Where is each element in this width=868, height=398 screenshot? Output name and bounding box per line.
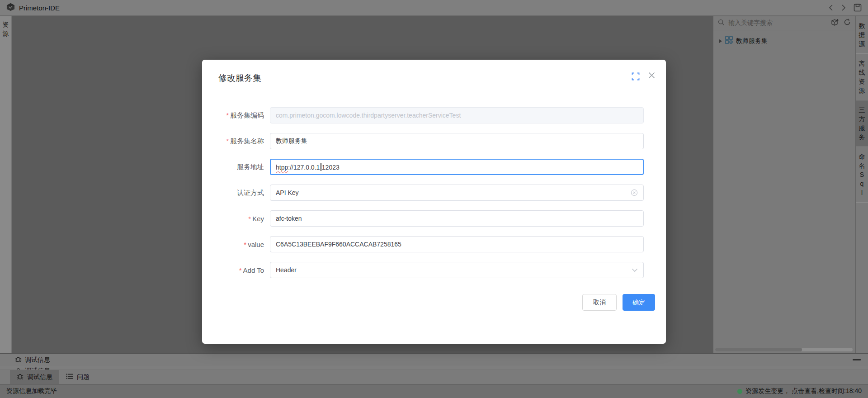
right-rail-tab-item[interactable]: 数据源: [856, 16, 868, 54]
required-asterisk: *: [226, 137, 229, 145]
field-value: Header: [276, 266, 297, 274]
right-rail: 数据源离线资源三方服务命名Sql: [855, 16, 868, 353]
tree-expand-caret-icon[interactable]: [719, 39, 722, 43]
chevron-down-icon[interactable]: [632, 268, 638, 272]
service-tree-panel: 输入关键字搜索 教师服务集: [713, 16, 855, 353]
field-row-api-value: *value C6A5C13BEEBAF9F660ACCACAB7258165: [202, 236, 666, 252]
modify-service-set-dialog: 修改服务集 *服务集编码 com.primeton.gocom.lowcode.…: [202, 60, 666, 344]
bottom-panel: 调试信息 调试信息 调试信息 问题: [0, 353, 868, 398]
field-input-service-set-name[interactable]: 教师服务集: [270, 133, 644, 149]
field-input-service-url[interactable]: htpp://127.0.0.112023: [270, 159, 644, 175]
required-asterisk: *: [226, 111, 229, 119]
dialog-form: *服务集编码 com.primeton.gocom.lowcode.thirdp…: [202, 107, 666, 278]
tree-item-teacher-service-set[interactable]: 教师服务集: [713, 36, 855, 46]
minimize-panel-icon[interactable]: [853, 359, 861, 360]
cancel-button[interactable]: 取消: [582, 294, 617, 311]
status-message-right: 资源发生变更， 点击查看,检查时间:18:40: [745, 387, 862, 395]
scrollbar-thumb[interactable]: [715, 348, 802, 351]
required-asterisk: *: [248, 215, 251, 223]
refresh-icon[interactable]: [844, 19, 851, 28]
required-asterisk: *: [239, 266, 242, 274]
fullscreen-icon[interactable]: [632, 72, 640, 82]
left-rail-tab-resources[interactable]: 资源: [0, 16, 11, 38]
status-bar: 资源信息加载完毕 资源发生变更， 点击查看,检查时间:18:40: [0, 384, 868, 398]
app-title: Primeton-IDE: [19, 4, 60, 12]
service-set-icon: [725, 36, 733, 46]
field-label: 服务集名称: [230, 137, 264, 145]
field-row-api-key: *Key afc-token: [202, 210, 666, 227]
right-rail-tab-item[interactable]: 命名Sql: [856, 147, 868, 203]
tree-horizontal-scrollbar[interactable]: [715, 348, 853, 351]
field-label: 认证方式: [237, 189, 264, 196]
add-service-icon[interactable]: [831, 19, 839, 28]
status-green-dot-icon: [737, 389, 742, 394]
confirm-button[interactable]: 确定: [623, 294, 655, 311]
search-input[interactable]: 输入关键字搜索: [728, 19, 773, 27]
right-rail-tab-active[interactable]: 三方服务: [856, 100, 868, 147]
field-label: value: [248, 241, 264, 248]
debug-panel-title: 调试信息: [25, 356, 50, 364]
search-bar: 输入关键字搜索: [713, 16, 855, 30]
save-icon[interactable]: [854, 4, 862, 12]
tree-item-label: 教师服务集: [736, 37, 768, 45]
field-input-api-key[interactable]: afc-token: [270, 210, 644, 227]
primeton-ide-screen: Primeton-IDE 资源 输入关键字搜索: [0, 0, 868, 398]
field-input-add-to[interactable]: Header: [270, 262, 644, 278]
field-row-auth-type: *认证方式 API Key: [202, 185, 666, 201]
search-actions: [831, 19, 851, 28]
list-icon: [66, 373, 73, 381]
text-caret: [321, 163, 321, 171]
title-bar: Primeton-IDE: [0, 0, 868, 16]
field-label: Add To: [243, 266, 264, 274]
bottom-tab-bar: 调试信息 问题: [0, 370, 868, 384]
bug-icon: [15, 367, 22, 370]
nav-forward-icon[interactable]: [841, 5, 846, 11]
clear-icon[interactable]: [631, 189, 638, 196]
field-input-service-set-code: com.primeton.gocom.lowcode.thirdpartyser…: [270, 107, 644, 123]
field-value: com.primeton.gocom.lowcode.thirdpartyser…: [276, 112, 461, 119]
field-label: 服务集编码: [230, 111, 264, 119]
field-value: 教师服务集: [276, 137, 307, 145]
bug-icon: [15, 355, 22, 365]
app-logo-icon: [6, 3, 15, 13]
field-label: 服务地址: [237, 163, 264, 171]
field-row-add-to: *Add To Header: [202, 262, 666, 278]
close-icon[interactable]: [648, 72, 655, 81]
field-value: API Key: [276, 189, 299, 196]
required-asterisk: *: [244, 241, 246, 248]
field-value: htpp://127.0.0.112023: [276, 163, 340, 171]
bug-icon: [17, 373, 24, 381]
right-rail-tab-item[interactable]: 离线资源: [856, 54, 868, 100]
tab-debug-info[interactable]: 调试信息: [10, 370, 59, 384]
resource-change-notice[interactable]: 资源发生变更， 点击查看,检查时间:18:40: [737, 387, 862, 395]
topbar-nav: [828, 4, 862, 12]
tab-label: 调试信息: [27, 373, 52, 381]
field-row-service-set-name: *服务集名称 教师服务集: [202, 133, 666, 149]
field-value: afc-token: [276, 215, 302, 222]
field-row-service-set-code: *服务集编码 com.primeton.gocom.lowcode.thirdp…: [202, 107, 666, 123]
field-row-service-url: *服务地址 htpp://127.0.0.112023: [202, 159, 666, 175]
dialog-title: 修改服务集: [218, 73, 261, 83]
clipped-panel-row: 调试信息: [0, 366, 868, 370]
search-icon: [718, 19, 725, 28]
dialog-header: 修改服务集: [202, 60, 666, 84]
tab-label: 问题: [77, 373, 90, 381]
field-input-auth-type[interactable]: API Key: [270, 185, 644, 201]
status-message-left: 资源信息加载完毕: [6, 387, 57, 395]
debug-panel-header: 调试信息: [0, 353, 868, 366]
field-value: C6A5C13BEEBAF9F660ACCACAB7258165: [276, 241, 401, 248]
left-rail: 资源: [0, 16, 12, 353]
field-label: Key: [252, 215, 264, 223]
nav-back-icon[interactable]: [828, 5, 834, 11]
tab-problems[interactable]: 问题: [59, 370, 96, 384]
field-input-api-value[interactable]: C6A5C13BEEBAF9F660ACCACAB7258165: [270, 236, 644, 252]
dialog-footer: 取消 确定: [582, 294, 655, 311]
